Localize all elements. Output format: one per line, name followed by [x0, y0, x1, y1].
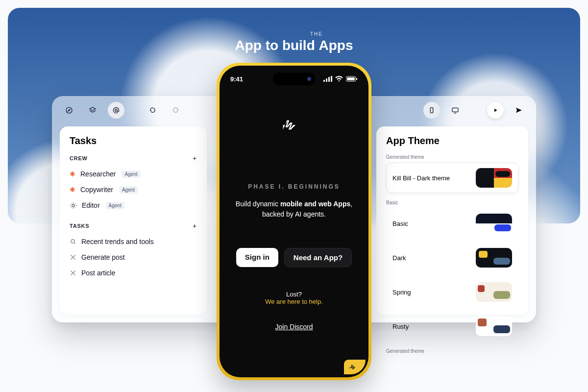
theme-swatch [476, 168, 512, 188]
theme-row-selected[interactable]: Kill Bill - Dark theme [386, 163, 518, 193]
svg-rect-8 [328, 77, 330, 82]
theme-row[interactable]: Dark [386, 243, 518, 273]
undo-icon[interactable] [144, 102, 161, 119]
hero-title: App to build Apps [235, 38, 353, 53]
crew-name: Copywriter [80, 186, 113, 194]
theme-name: Spring [392, 289, 411, 296]
svg-point-4 [72, 204, 74, 207]
phone-dynamic-island [273, 73, 315, 85]
theme-name: Kill Bill - Dark theme [392, 174, 450, 182]
svg-point-10 [339, 80, 340, 82]
task-name: Generate post [81, 253, 125, 261]
generated-label: Generated theme [386, 154, 518, 160]
theme-panel-title: App Theme [386, 135, 518, 147]
crew-label: CREW [70, 155, 88, 161]
cellular-icon [323, 76, 332, 82]
theme-swatch [476, 282, 512, 302]
tasks-label: TASKS [70, 223, 89, 229]
svg-point-5 [71, 240, 74, 243]
add-crew-button[interactable]: + [193, 154, 197, 162]
desktop-icon[interactable] [447, 102, 464, 119]
task-name: Recent trends and tools [81, 238, 154, 245]
crew-item[interactable]: Editor Agent [70, 197, 197, 213]
openai-icon [70, 202, 77, 209]
brand-logo [282, 118, 306, 134]
theme-name: Dark [392, 254, 406, 262]
svg-rect-12 [347, 77, 355, 80]
agent-badge: Agent [119, 186, 138, 194]
svg-point-0 [66, 107, 72, 113]
phone-tagline: Build dynamic mobile and web Apps, backe… [235, 199, 353, 220]
wifi-icon [335, 76, 343, 82]
theme-name: Rusty [392, 323, 409, 330]
phone-time: 9:41 [230, 75, 243, 83]
task-name: Post article [81, 269, 115, 277]
crew-name: Researcher [80, 170, 116, 178]
x-icon [70, 254, 76, 261]
theme-row[interactable]: Rusty [386, 311, 518, 342]
svg-rect-3 [452, 108, 458, 112]
tasks-panel-title: Tasks [70, 135, 197, 147]
send-icon[interactable] [511, 102, 527, 119]
crew-item[interactable]: ✱ Copywriter Agent [70, 182, 197, 197]
crew-item[interactable]: ✱ Researcher Agent [70, 166, 197, 182]
theme-row[interactable]: Spring [386, 277, 518, 307]
asterisk-icon: ✱ [70, 170, 75, 178]
phone-mockup: 9:41 PHASE I. BEGINNINGS Build dynamic m… [217, 63, 371, 380]
tasks-panel: Tasks CREW + ✱ Researcher Agent ✱ Copywr… [60, 126, 207, 315]
theme-swatch [476, 317, 512, 336]
battery-icon [346, 76, 358, 82]
task-item[interactable]: Recent trends and tools [70, 234, 197, 249]
theme-name: Basic [392, 220, 408, 227]
svg-rect-13 [356, 78, 357, 80]
theme-swatch [476, 248, 512, 268]
need-app-button[interactable]: Need an App? [284, 248, 352, 267]
sign-in-button[interactable]: Sign in [236, 248, 278, 267]
mention-icon[interactable] [108, 102, 124, 119]
svg-rect-6 [323, 80, 325, 82]
agent-badge: Agent [106, 202, 124, 209]
x-icon [70, 270, 76, 276]
generated-label-2: Generated theme [386, 348, 518, 354]
basic-label: Basic [386, 200, 518, 205]
lost-text: Lost? [286, 291, 302, 298]
help-text: We are here to help. [265, 298, 323, 305]
mobile-icon[interactable] [423, 102, 440, 119]
layers-icon[interactable] [84, 102, 101, 119]
phase-label: PHASE I. BEGINNINGS [248, 183, 340, 190]
hero-eyebrow: THE [280, 31, 353, 37]
compass-icon[interactable] [61, 102, 77, 119]
join-discord-link[interactable]: Join Discord [275, 323, 313, 331]
svg-rect-9 [331, 76, 332, 82]
svg-point-1 [115, 109, 118, 112]
search-icon [70, 238, 76, 245]
theme-swatch [476, 214, 512, 233]
theme-row[interactable]: Basic [386, 208, 518, 239]
theme-panel: App Theme Generated theme Kill Bill - Da… [376, 126, 528, 315]
play-button[interactable] [487, 102, 504, 119]
svg-rect-2 [430, 108, 433, 113]
task-item[interactable]: Post article [70, 265, 197, 281]
add-task-button[interactable]: + [193, 222, 197, 230]
agent-badge: Agent [122, 171, 140, 178]
task-item[interactable]: Generate post [70, 249, 197, 265]
redo-icon[interactable] [168, 102, 184, 119]
crew-name: Editor [82, 201, 100, 209]
svg-rect-7 [326, 78, 327, 82]
asterisk-icon: ✱ [70, 186, 75, 194]
